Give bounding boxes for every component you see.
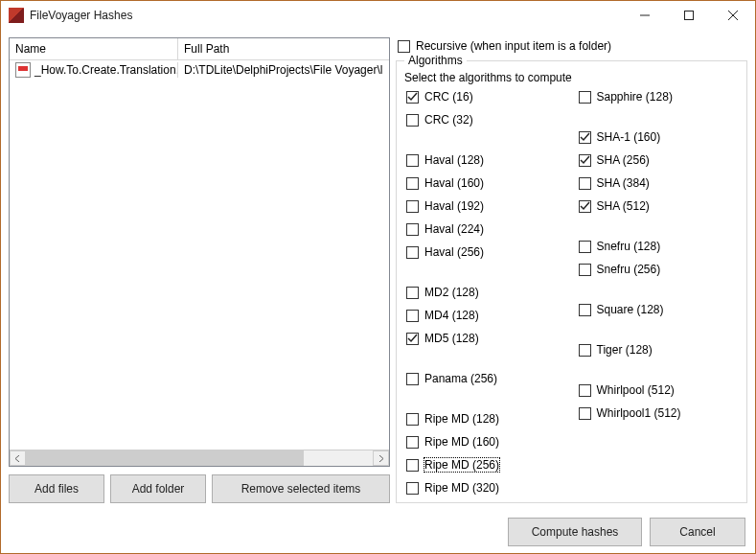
checkbox-icon: [579, 131, 591, 144]
checkbox-icon: [579, 91, 591, 104]
checkbox-icon: [398, 40, 410, 53]
checkbox-label: SHA (256): [597, 153, 650, 167]
checkbox-label: MD2 (128): [424, 286, 479, 299]
scroll-thumb[interactable]: [26, 450, 304, 466]
algorithm-md5-checkbox[interactable]: MD5 (128): [404, 330, 567, 345]
algorithm-ripe256-checkbox[interactable]: Ripe MD (256): [404, 456, 567, 472]
checkbox-icon: [406, 91, 419, 104]
scroll-right-arrow-icon[interactable]: [373, 450, 389, 466]
algorithm-md4-checkbox[interactable]: MD4 (128): [404, 307, 567, 322]
spacer: [404, 393, 567, 403]
spacer: [577, 324, 740, 334]
checkbox-label: Whirlpool (512): [597, 383, 675, 397]
checkbox-icon: [406, 287, 419, 299]
spacer: [404, 266, 567, 276]
close-button[interactable]: [711, 1, 755, 30]
spacer: [404, 134, 567, 144]
checkbox-label: Ripe MD (320): [424, 481, 499, 495]
checkbox-label: SHA (384): [597, 176, 650, 190]
horizontal-scrollbar[interactable]: [10, 450, 389, 466]
algorithm-snefru256-checkbox[interactable]: Snefru (256): [577, 261, 740, 276]
checkbox-icon: [406, 114, 419, 127]
checkbox-icon: [406, 436, 419, 449]
algorithm-haval224-checkbox[interactable]: Haval (224): [404, 220, 567, 236]
algorithm-tiger-checkbox[interactable]: Tiger (128): [577, 341, 740, 357]
checkbox-icon: [579, 384, 591, 397]
checkbox-icon: [579, 241, 591, 253]
checkbox-label: Haval (128): [424, 153, 484, 167]
compute-hashes-button[interactable]: Compute hashes: [508, 518, 642, 546]
algorithm-sha256-checkbox[interactable]: SHA (256): [577, 151, 740, 167]
checkbox-label: MD5 (128): [424, 332, 479, 345]
spacer: [404, 353, 567, 362]
checkbox-label: MD4 (128): [424, 309, 479, 322]
minimize-button[interactable]: [623, 1, 667, 30]
algorithm-sha384-checkbox[interactable]: SHA (384): [577, 174, 740, 190]
algorithm-sha1-checkbox[interactable]: SHA-1 (160): [577, 128, 740, 144]
scroll-track[interactable]: [26, 450, 373, 466]
spacer: [577, 111, 740, 121]
algorithm-haval192-checkbox[interactable]: Haval (192): [404, 197, 567, 213]
algorithm-snefru128-checkbox[interactable]: Snefru (128): [577, 238, 740, 253]
checkbox-icon: [406, 223, 419, 236]
checkbox-label: Ripe MD (160): [424, 435, 499, 449]
algorithm-md2-checkbox[interactable]: MD2 (128): [404, 284, 567, 299]
file-path: D:\TDLite\DelphiProjects\File Voyager\l: [178, 62, 389, 78]
checkbox-label: Haval (160): [424, 176, 484, 190]
spacer: [577, 364, 740, 374]
checkbox-label: CRC (32): [424, 113, 473, 127]
checkbox-label: CRC (16): [424, 90, 473, 104]
checkbox-icon: [406, 413, 419, 426]
checkbox-icon: [579, 177, 591, 190]
checkbox-label: SHA-1 (160): [597, 130, 661, 144]
recursive-checkbox[interactable]: Recursive (when input item is a folder): [396, 37, 747, 53]
checkbox-label: Ripe MD (256): [424, 458, 499, 472]
title-bar: FileVoyager Hashes: [1, 1, 755, 30]
checkbox-label: Sapphire (128): [597, 90, 673, 104]
algorithms-legend: Algorithms: [404, 54, 467, 67]
algorithm-sapphire-checkbox[interactable]: Sapphire (128): [577, 88, 740, 104]
checkbox-label: Square (128): [597, 303, 664, 316]
algorithm-haval256-checkbox[interactable]: Haval (256): [404, 243, 567, 259]
algorithm-haval160-checkbox[interactable]: Haval (160): [404, 174, 567, 190]
algorithm-haval128-checkbox[interactable]: Haval (128): [404, 151, 567, 167]
column-header-path[interactable]: Full Path: [178, 38, 389, 59]
checkbox-label: Whirlpool1 (512): [597, 406, 681, 420]
pdf-file-icon: [15, 62, 31, 78]
checkbox-icon: [406, 177, 419, 190]
checkbox-label: Haval (256): [424, 245, 484, 259]
remove-selected-button[interactable]: Remove selected items: [212, 474, 390, 503]
algorithm-panama-checkbox[interactable]: Panama (256): [404, 370, 567, 385]
algorithm-crc16-checkbox[interactable]: CRC (16): [404, 88, 567, 104]
algorithm-ripe128-checkbox[interactable]: Ripe MD (128): [404, 410, 567, 426]
spacer: [577, 220, 740, 230]
algorithm-whirl1-checkbox[interactable]: Whirlpool1 (512): [577, 404, 740, 420]
cancel-button[interactable]: Cancel: [650, 518, 745, 546]
checkbox-label: Haval (192): [424, 199, 484, 213]
column-header-name[interactable]: Name: [10, 38, 178, 59]
add-folder-button[interactable]: Add folder: [110, 474, 206, 503]
maximize-button[interactable]: [667, 1, 711, 30]
app-icon: [9, 8, 24, 23]
algorithms-instruction: Select the algorithms to compute: [404, 71, 739, 84]
algorithm-crc32-checkbox[interactable]: CRC (32): [404, 111, 567, 127]
algorithm-whirl-checkbox[interactable]: Whirlpool (512): [577, 381, 740, 397]
checkbox-icon: [579, 344, 591, 357]
table-row[interactable]: _How.To.Create.Translation.... D:\TDLite…: [10, 60, 389, 80]
checkbox-label: SHA (512): [597, 199, 650, 213]
algorithm-ripe160-checkbox[interactable]: Ripe MD (160): [404, 433, 567, 449]
algorithm-square-checkbox[interactable]: Square (128): [577, 301, 740, 316]
algorithm-sha512-checkbox[interactable]: SHA (512): [577, 197, 740, 213]
algorithm-ripe320-checkbox[interactable]: Ripe MD (320): [404, 479, 567, 495]
checkbox-label: Haval (224): [424, 222, 484, 236]
file-list[interactable]: Name Full Path _How.To.Create.Translatio…: [9, 37, 390, 467]
checkbox-icon: [579, 154, 591, 167]
checkbox-icon: [406, 200, 419, 213]
checkbox-label: Panama (256): [424, 372, 497, 385]
add-files-button[interactable]: Add files: [9, 474, 104, 503]
recursive-label: Recursive (when input item is a folder): [416, 39, 611, 53]
checkbox-icon: [406, 459, 419, 472]
checkbox-label: Tiger (128): [597, 343, 653, 357]
scroll-left-arrow-icon[interactable]: [10, 450, 26, 466]
checkbox-icon: [406, 482, 419, 495]
